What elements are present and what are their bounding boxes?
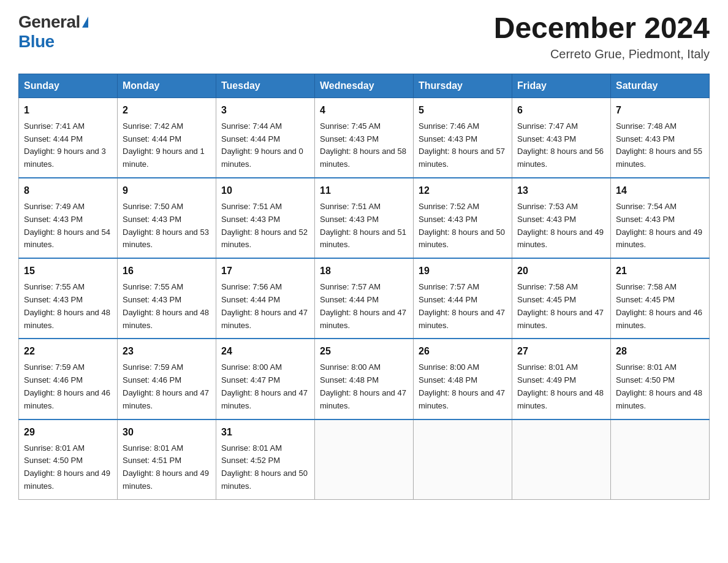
day-number: 21 [616,264,704,278]
day-number: 16 [123,264,211,278]
day-info: Sunrise: 7:53 AMSunset: 4:43 PMDaylight:… [517,201,605,251]
col-thursday: Thursday [414,74,512,98]
table-row: 26Sunrise: 8:00 AMSunset: 4:48 PMDayligh… [414,339,512,419]
day-info: Sunrise: 7:42 AMSunset: 4:44 PMDaylight:… [123,120,211,171]
day-info: Sunrise: 8:01 AMSunset: 4:52 PMDaylight:… [221,442,309,493]
day-number: 29 [24,425,112,440]
table-row: 10Sunrise: 7:51 AMSunset: 4:43 PMDayligh… [216,178,315,258]
table-row [414,419,512,500]
day-info: Sunrise: 7:57 AMSunset: 4:44 PMDaylight:… [419,281,507,332]
day-number: 14 [616,183,704,198]
day-number: 24 [221,344,309,359]
day-info: Sunrise: 7:51 AMSunset: 4:43 PMDaylight:… [221,201,309,251]
logo-blue-text: Blue [18,32,55,51]
day-info: Sunrise: 7:41 AMSunset: 4:44 PMDaylight:… [24,120,112,171]
day-info: Sunrise: 7:56 AMSunset: 4:44 PMDaylight:… [221,281,309,332]
day-number: 22 [24,344,112,359]
day-info: Sunrise: 7:46 AMSunset: 4:43 PMDaylight:… [419,120,507,171]
day-number: 3 [221,103,309,118]
page-header: General Blue December 2024 Cerreto Grue,… [18,12,710,61]
day-number: 15 [24,264,112,278]
day-info: Sunrise: 7:48 AMSunset: 4:43 PMDaylight:… [616,120,704,171]
logo-triangle-icon [82,17,88,28]
day-info: Sunrise: 8:01 AMSunset: 4:50 PMDaylight:… [24,442,112,493]
day-number: 2 [123,103,211,118]
table-row: 5Sunrise: 7:46 AMSunset: 4:43 PMDaylight… [414,98,512,178]
col-tuesday: Tuesday [216,74,315,98]
day-number: 12 [419,183,507,198]
table-row: 4Sunrise: 7:45 AMSunset: 4:43 PMDaylight… [315,98,414,178]
day-number: 7 [616,103,704,118]
table-row: 8Sunrise: 7:49 AMSunset: 4:43 PMDaylight… [19,178,118,258]
day-number: 25 [320,344,408,359]
day-number: 11 [320,183,408,198]
day-number: 26 [419,344,507,359]
table-row: 12Sunrise: 7:52 AMSunset: 4:43 PMDayligh… [414,178,512,258]
table-row [611,419,710,500]
week-row-1: 1Sunrise: 7:41 AMSunset: 4:44 PMDaylight… [19,98,710,178]
table-row: 15Sunrise: 7:55 AMSunset: 4:43 PMDayligh… [19,258,118,339]
day-number: 6 [517,103,605,118]
day-info: Sunrise: 7:52 AMSunset: 4:43 PMDaylight:… [419,201,507,251]
day-number: 23 [123,344,211,359]
location-subtitle: Cerreto Grue, Piedmont, Italy [494,47,710,61]
col-friday: Friday [512,74,611,98]
day-number: 8 [24,183,112,198]
day-info: Sunrise: 7:47 AMSunset: 4:43 PMDaylight:… [517,120,605,171]
day-number: 13 [517,183,605,198]
table-row: 31Sunrise: 8:01 AMSunset: 4:52 PMDayligh… [216,419,315,500]
day-info: Sunrise: 7:57 AMSunset: 4:44 PMDaylight:… [320,281,408,332]
calendar-table: Sunday Monday Tuesday Wednesday Thursday… [18,74,710,500]
day-info: Sunrise: 7:54 AMSunset: 4:43 PMDaylight:… [616,201,704,251]
day-info: Sunrise: 7:55 AMSunset: 4:43 PMDaylight:… [123,281,211,332]
table-row: 29Sunrise: 8:01 AMSunset: 4:50 PMDayligh… [19,419,118,500]
table-row: 24Sunrise: 8:00 AMSunset: 4:47 PMDayligh… [216,339,315,419]
day-info: Sunrise: 8:00 AMSunset: 4:48 PMDaylight:… [419,361,507,412]
col-saturday: Saturday [611,74,710,98]
table-row: 16Sunrise: 7:55 AMSunset: 4:43 PMDayligh… [118,258,216,339]
table-row: 21Sunrise: 7:58 AMSunset: 4:45 PMDayligh… [611,258,710,339]
day-info: Sunrise: 7:51 AMSunset: 4:43 PMDaylight:… [320,201,408,251]
table-row: 7Sunrise: 7:48 AMSunset: 4:43 PMDaylight… [611,98,710,178]
day-number: 28 [616,344,704,359]
logo: General Blue [18,12,88,52]
day-info: Sunrise: 7:49 AMSunset: 4:43 PMDaylight:… [24,201,112,251]
title-block: December 2024 Cerreto Grue, Piedmont, It… [494,12,710,61]
week-row-4: 22Sunrise: 7:59 AMSunset: 4:46 PMDayligh… [19,339,710,419]
day-info: Sunrise: 8:00 AMSunset: 4:48 PMDaylight:… [320,361,408,412]
table-row: 9Sunrise: 7:50 AMSunset: 4:43 PMDaylight… [118,178,216,258]
day-number: 5 [419,103,507,118]
week-row-2: 8Sunrise: 7:49 AMSunset: 4:43 PMDaylight… [19,178,710,258]
day-info: Sunrise: 7:45 AMSunset: 4:43 PMDaylight:… [320,120,408,171]
day-info: Sunrise: 8:01 AMSunset: 4:51 PMDaylight:… [123,442,211,493]
day-number: 31 [221,425,309,440]
day-info: Sunrise: 7:58 AMSunset: 4:45 PMDaylight:… [616,281,704,332]
day-number: 18 [320,264,408,278]
day-info: Sunrise: 7:58 AMSunset: 4:45 PMDaylight:… [517,281,605,332]
day-number: 19 [419,264,507,278]
table-row: 17Sunrise: 7:56 AMSunset: 4:44 PMDayligh… [216,258,315,339]
logo-general-text: General [18,12,80,32]
table-row: 22Sunrise: 7:59 AMSunset: 4:46 PMDayligh… [19,339,118,419]
day-number: 27 [517,344,605,359]
table-row: 11Sunrise: 7:51 AMSunset: 4:43 PMDayligh… [315,178,414,258]
table-row [315,419,414,500]
day-number: 9 [123,183,211,198]
day-number: 17 [221,264,309,278]
day-info: Sunrise: 7:50 AMSunset: 4:43 PMDaylight:… [123,201,211,251]
week-row-3: 15Sunrise: 7:55 AMSunset: 4:43 PMDayligh… [19,258,710,339]
table-row: 27Sunrise: 8:01 AMSunset: 4:49 PMDayligh… [512,339,611,419]
day-info: Sunrise: 8:01 AMSunset: 4:49 PMDaylight:… [517,361,605,412]
col-monday: Monday [118,74,216,98]
col-wednesday: Wednesday [315,74,414,98]
table-row: 23Sunrise: 7:59 AMSunset: 4:46 PMDayligh… [118,339,216,419]
day-number: 30 [123,425,211,440]
table-row: 14Sunrise: 7:54 AMSunset: 4:43 PMDayligh… [611,178,710,258]
day-number: 10 [221,183,309,198]
col-sunday: Sunday [19,74,118,98]
calendar-header-row: Sunday Monday Tuesday Wednesday Thursday… [19,74,710,98]
day-number: 4 [320,103,408,118]
week-row-5: 29Sunrise: 8:01 AMSunset: 4:50 PMDayligh… [19,419,710,500]
month-title: December 2024 [494,12,710,45]
table-row: 6Sunrise: 7:47 AMSunset: 4:43 PMDaylight… [512,98,611,178]
